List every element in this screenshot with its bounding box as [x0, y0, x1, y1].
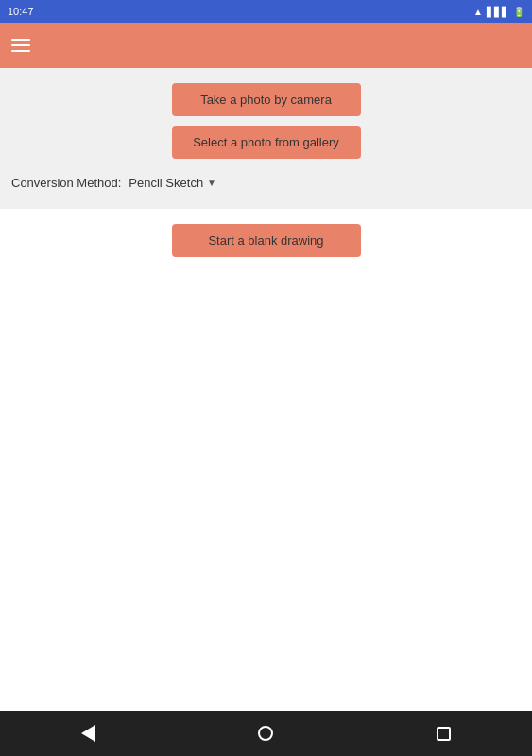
take-photo-button[interactable]: Take a photo by camera — [172, 83, 361, 116]
select-photo-button[interactable]: Select a photo from gallery — [172, 126, 361, 159]
status-bar: 10:47 ▲ ▋▋▋ 🔋 — [0, 0, 532, 23]
nav-bar — [0, 711, 532, 756]
photo-buttons-container: Take a photo by camera Select a photo fr… — [11, 83, 521, 159]
recents-button[interactable] — [424, 714, 462, 752]
blank-drawing-section: Start a blank drawing — [0, 209, 532, 272]
back-arrow-icon — [81, 725, 95, 742]
conversion-method-value: Pencil Sketch — [129, 176, 203, 190]
menu-button[interactable] — [11, 39, 30, 52]
recents-square-icon — [437, 727, 451, 741]
conversion-method-row: Conversion Method: Pencil Sketch ▼ — [11, 172, 521, 194]
status-time: 10:47 — [8, 6, 34, 17]
main-content: Take a photo by camera Select a photo fr… — [0, 68, 532, 209]
back-button[interactable] — [70, 714, 108, 752]
status-icons: ▲ ▋▋▋ 🔋 — [473, 7, 524, 17]
home-button[interactable] — [247, 714, 284, 752]
home-circle-icon — [258, 726, 273, 741]
battery-icon: 🔋 — [513, 7, 524, 17]
wifi-icon: ▲ — [473, 7, 483, 17]
conversion-method-label: Conversion Method: — [11, 176, 121, 190]
conversion-method-dropdown[interactable]: Pencil Sketch ▼ — [129, 176, 216, 190]
chevron-down-icon: ▼ — [207, 178, 216, 188]
app-toolbar — [0, 23, 532, 68]
signal-icon: ▋▋▋ — [487, 7, 509, 17]
start-blank-drawing-button[interactable]: Start a blank drawing — [172, 224, 361, 257]
